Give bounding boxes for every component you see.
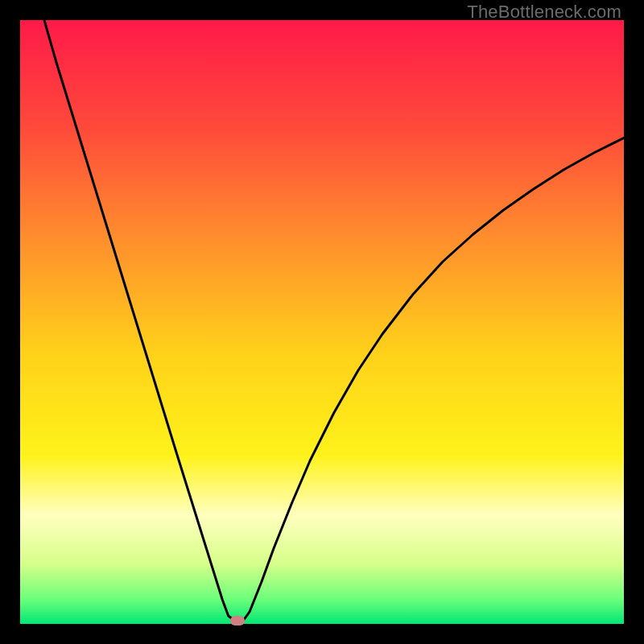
bottleneck-curve: [20, 20, 624, 624]
optimal-point-marker: [230, 616, 245, 625]
plot-frame: [20, 20, 624, 624]
